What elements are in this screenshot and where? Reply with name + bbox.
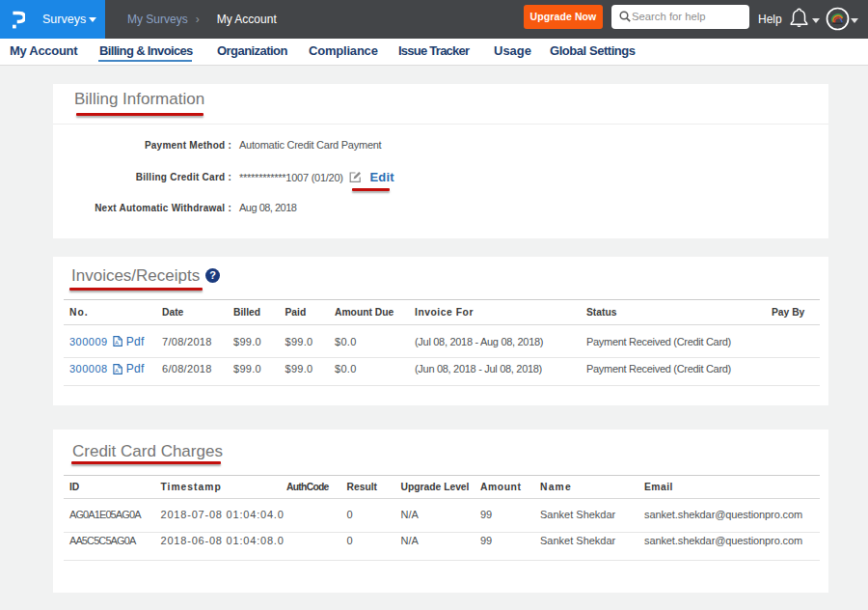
svg-text:A: A bbox=[115, 340, 119, 346]
svg-text:A: A bbox=[115, 367, 119, 373]
